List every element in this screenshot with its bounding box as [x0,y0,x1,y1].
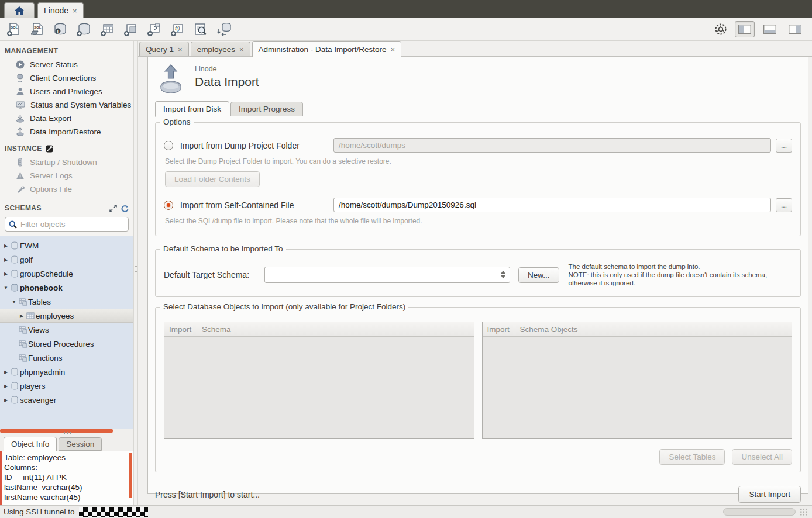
sidebar-item-server-logs[interactable]: Server Logs [0,169,133,182]
scrollbar-thumb[interactable] [129,453,132,498]
connection-tab-label: Linode [44,6,68,15]
schema-filter-input[interactable] [20,220,125,229]
schemas-import-table[interactable]: Import Schema [164,322,474,439]
column-header-schema-objects[interactable]: Schema Objects [515,325,578,334]
tab-import-progress[interactable]: Import Progress [230,102,303,116]
tab-employees[interactable]: employees× [191,42,250,56]
new-sql-editor-icon[interactable]: SQL [5,20,22,38]
data-export-icon [16,114,25,123]
sidebar-item-startup-shutdown[interactable]: Startup / Shutdown [0,156,133,169]
synchronize-database-icon[interactable] [215,20,233,38]
tree-horizontal-scrollbar[interactable] [0,429,133,434]
tree-item-stored-procedures-folder[interactable]: Stored Procedures [0,337,133,351]
create-procedure-icon[interactable] [145,20,163,38]
connection-tab[interactable]: Linode × [37,2,84,18]
sidebar-item-label: Users and Privileges [30,87,102,96]
schema-filter [5,217,129,232]
toggle-left-sidebar-button[interactable] [735,21,755,37]
default-target-schema-combobox[interactable] [264,267,510,283]
create-function-icon[interactable]: f() [168,20,186,38]
close-icon[interactable]: × [73,6,77,15]
close-icon[interactable]: × [178,45,183,54]
sidebar-splitter[interactable] [133,41,138,505]
expand-arrow-icon[interactable]: ▶ [18,313,25,319]
toggle-bottom-panel-button[interactable] [760,21,780,37]
statusbar-scrollbar[interactable] [723,508,796,516]
object-info-line: ID int(11) AI PK [4,473,67,482]
close-icon[interactable]: × [239,45,244,54]
create-schema-icon[interactable] [75,20,92,38]
expand-arrow-icon[interactable]: ▶ [2,398,9,403]
scrollbar-thumb[interactable] [0,429,113,433]
start-import-button[interactable]: Start Import [738,486,801,503]
stored-procedures-folder-icon [18,340,28,348]
sidebar-item-options-file[interactable]: Options File [0,182,133,196]
options-legend: Options [160,118,194,126]
tree-item-functions-folder[interactable]: Functions [0,351,133,365]
sidebar-item-label: Server Logs [30,171,73,180]
new-schema-button[interactable]: New... [518,267,559,283]
refresh-schemas-icon[interactable] [121,205,129,212]
import-folder-radio[interactable] [164,141,173,150]
tree-item-table-employees[interactable]: ▶ employees [0,309,133,323]
browse-file-button[interactable]: ... [776,198,792,212]
tree-item-schema[interactable]: ▶ FWM [0,239,133,253]
tree-item-schema[interactable]: ▶ phpmyadmin [0,365,133,379]
object-info-panel: Table: employees Columns: ID int(11) AI … [0,451,133,505]
tree-item-schema[interactable]: ▶ groupSchedule [0,267,133,281]
create-table-icon[interactable] [98,20,116,38]
toggle-right-sidebar-button[interactable] [785,21,805,37]
collapse-arrow-icon[interactable]: ▼ [11,299,18,305]
create-view-icon[interactable] [122,20,139,38]
dump-folder-path-field[interactable]: /home/scott/dumps [333,138,771,153]
tab-query-1[interactable]: Query 1× [139,42,189,56]
sidebar-item-client-connections[interactable]: Client Connections [0,71,133,85]
tab-import-from-disk[interactable]: Import from Disk [155,101,229,117]
tab-object-info[interactable]: Object Info [4,437,57,451]
expand-arrow-icon[interactable]: ▶ [2,384,9,389]
column-header-import[interactable]: Import [483,322,515,336]
close-icon[interactable]: × [391,45,395,54]
tables-folder-icon [18,298,28,306]
inspect-database-icon[interactable]: i [51,20,69,38]
expand-arrow-icon[interactable]: ▶ [2,257,9,263]
column-header-schema[interactable]: Schema [197,325,231,334]
tree-item-schema[interactable]: ▶ scavenger [0,393,133,407]
spinner-arrows-icon[interactable] [501,271,505,278]
svg-text:SQL: SQL [11,26,18,29]
tab-administration-data-import[interactable]: Administration - Data Import/Restore× [252,41,402,57]
expand-schemas-icon[interactable] [109,205,117,212]
import-file-radio[interactable] [164,201,173,210]
home-tab[interactable] [4,2,35,18]
tree-item-schema[interactable]: ▼ phonebook [0,281,133,295]
expand-arrow-icon[interactable]: ▶ [2,369,9,375]
tree-item-schema[interactable]: ▶ golf [0,253,133,267]
expand-arrow-icon[interactable]: ▶ [2,271,9,277]
dump-file-path-field[interactable]: /home/scott/dumps/Dump20150926.sql [333,198,771,212]
status-bar-text: Using SSH tunnel to [4,507,75,516]
collapse-arrow-icon[interactable]: ▼ [2,285,9,291]
browse-folder-button[interactable]: ... [776,139,792,153]
tree-item-views-folder[interactable]: Views [0,323,133,337]
column-header-import[interactable]: Import [164,322,197,336]
sidebar-item-users-privileges[interactable]: Users and Privileges [0,85,133,98]
sidebar-item-data-import[interactable]: Data Import/Restore [0,125,133,139]
search-table-data-icon[interactable] [192,20,209,38]
schema-objects-import-table[interactable]: Import Schema Objects [482,322,793,439]
tree-item-tables-folder[interactable]: ▼ Tables [0,295,133,309]
splitter-grip[interactable] [63,432,71,434]
load-folder-contents-button[interactable]: Load Folder Contents [165,171,260,187]
sidebar-item-server-status[interactable]: Server Status [0,58,133,71]
sidebar-item-system-variables[interactable]: Status and System Variables [0,98,133,112]
select-tables-button[interactable]: Select Tables [659,449,725,465]
resize-grip-icon[interactable] [800,508,807,516]
users-privileges-icon [16,87,25,96]
tab-session[interactable]: Session [59,437,102,451]
unselect-all-button[interactable]: Unselect All [732,449,792,465]
tree-item-schema[interactable]: ▶ players [0,379,133,393]
expand-arrow-icon[interactable]: ▶ [2,243,9,248]
open-sql-script-icon[interactable]: SQL [28,20,46,38]
sidebar: MANAGEMENT Server Status Client Connecti… [0,41,133,505]
object-info-line: lastName varchar(45) [4,483,82,492]
sidebar-item-data-export[interactable]: Data Export [0,112,133,125]
